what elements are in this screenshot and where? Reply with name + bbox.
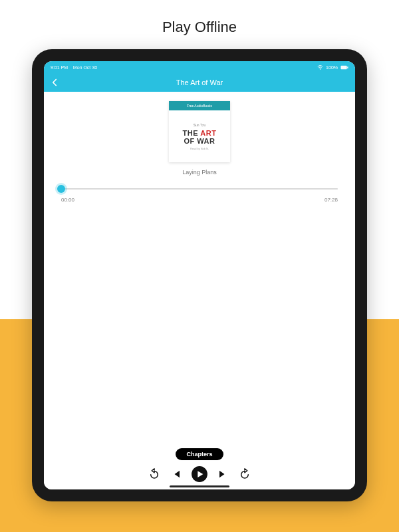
forward-icon (239, 468, 251, 480)
rewind-icon (148, 468, 160, 480)
battery-icon (340, 65, 348, 70)
cover-title-line2: OF WAR (184, 137, 215, 145)
app-header: The Art of War (44, 73, 355, 92)
control-row (148, 466, 251, 483)
play-icon (191, 466, 208, 483)
status-right: 100% (317, 65, 348, 70)
content-area: Free AudioBooks Sun Tzu THE ART OF WAR R… (44, 92, 355, 489)
time-elapsed: 00:00 (61, 197, 74, 203)
chapters-button[interactable]: Chapters (176, 448, 223, 460)
status-time: 9:01 PM Mon Oct 30 (51, 65, 97, 70)
header-title: The Art of War (176, 78, 223, 86)
svg-point-0 (320, 68, 321, 69)
player-controls: Chapters (148, 448, 251, 483)
seek-line (61, 188, 338, 190)
chevron-left-icon (51, 78, 58, 86)
chapter-title: Laying Plans (182, 169, 217, 176)
seek-thumb[interactable] (57, 185, 65, 193)
previous-track-button[interactable] (170, 468, 182, 480)
seek-container: 00:00 07:28 (44, 176, 355, 203)
status-date-text: Mon Oct 30 (73, 65, 97, 70)
rewind-15-button[interactable] (148, 468, 160, 480)
cover-art[interactable]: Free AudioBooks Sun Tzu THE ART OF WAR R… (169, 101, 230, 162)
next-track-button[interactable] (217, 468, 229, 480)
cover-brand: Free AudioBooks (169, 101, 230, 110)
cover-body: Sun Tzu THE ART OF WAR Read by Bob N. (169, 110, 230, 162)
cover-title-the: THE (183, 129, 199, 137)
cover-title-line1: THE ART (183, 129, 217, 137)
status-time-text: 9:01 PM (51, 65, 68, 70)
seek-slider[interactable] (61, 185, 338, 193)
back-button[interactable] (51, 78, 59, 86)
cover-title-art: ART (200, 129, 216, 137)
wifi-icon (317, 65, 323, 70)
svg-rect-2 (347, 66, 348, 68)
time-duration: 07:28 (325, 197, 338, 203)
time-row: 00:00 07:28 (61, 197, 338, 203)
skip-back-icon (170, 468, 182, 480)
tablet-screen: 9:01 PM Mon Oct 30 100% The Art of War (44, 61, 355, 489)
status-battery-text: 100% (326, 65, 338, 70)
play-button[interactable] (191, 466, 208, 483)
skip-forward-icon (217, 468, 229, 480)
tablet-frame: 9:01 PM Mon Oct 30 100% The Art of War (32, 49, 367, 501)
cover-author: Sun Tzu (194, 123, 206, 127)
forward-15-button[interactable] (239, 468, 251, 480)
svg-rect-1 (340, 65, 346, 69)
promo-title: Play Offline (0, 19, 399, 36)
cover-subtitle: Read by Bob N. (190, 147, 209, 150)
home-indicator[interactable] (170, 485, 229, 487)
status-bar: 9:01 PM Mon Oct 30 100% (44, 61, 355, 73)
